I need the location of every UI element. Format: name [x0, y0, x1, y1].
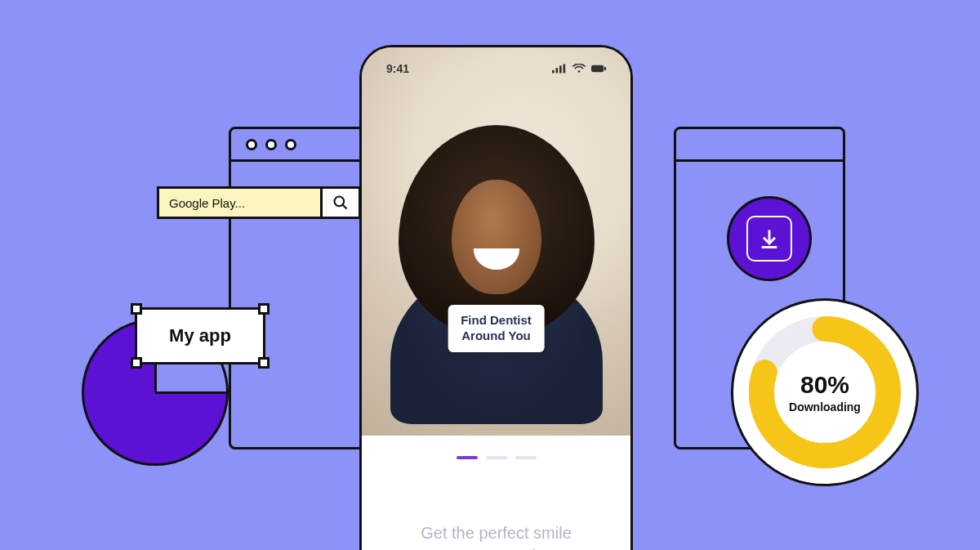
status-icons	[552, 62, 606, 75]
svg-rect-8	[604, 67, 606, 70]
window-titlebar	[676, 129, 843, 162]
phone-mockup: 9:41 Find Dentist Around You Get the per…	[359, 45, 633, 550]
tagline-text: Get the perfect smile you wanted.	[362, 521, 630, 550]
resize-handle-icon[interactable]	[131, 303, 142, 315]
status-time: 9:41	[386, 62, 409, 75]
traffic-light-icon	[246, 139, 257, 150]
search-bar[interactable]: Google Play...	[157, 186, 361, 219]
traffic-light-icon	[265, 139, 277, 150]
pager-dot[interactable]	[515, 456, 537, 459]
pager-dot[interactable]	[457, 456, 478, 459]
app-name-label: My app	[169, 325, 231, 347]
search-button[interactable]	[323, 189, 359, 217]
resize-handle-icon[interactable]	[258, 357, 270, 369]
search-icon	[332, 195, 349, 211]
hero-image	[362, 47, 630, 436]
cta-button[interactable]: Find Dentist Around You	[448, 305, 545, 352]
pager-dots[interactable]	[362, 456, 630, 459]
traffic-light-icon	[285, 139, 296, 150]
progress-status: Downloading	[789, 400, 861, 414]
download-progress-ring: 80% Downloading	[731, 298, 919, 486]
app-name-selection[interactable]: My app	[135, 307, 265, 364]
download-icon-frame	[746, 216, 792, 262]
svg-rect-3	[556, 68, 559, 73]
svg-point-0	[335, 197, 345, 207]
svg-point-6	[578, 70, 581, 73]
svg-rect-4	[559, 65, 562, 73]
search-input[interactable]: Google Play...	[159, 189, 323, 217]
wifi-icon	[572, 64, 586, 74]
svg-rect-2	[552, 70, 555, 74]
phone-status-bar: 9:41	[362, 62, 630, 75]
person-illustration	[390, 114, 603, 408]
cellular-icon	[552, 64, 567, 74]
battery-icon	[591, 64, 606, 74]
pager-dot[interactable]	[486, 456, 507, 459]
download-badge[interactable]	[727, 196, 812, 281]
svg-rect-5	[564, 65, 566, 74]
resize-handle-icon[interactable]	[131, 357, 142, 369]
svg-rect-7	[591, 65, 604, 72]
progress-percent: 80%	[800, 371, 849, 399]
svg-line-1	[343, 205, 347, 209]
download-icon	[758, 227, 781, 250]
resize-handle-icon[interactable]	[258, 303, 270, 315]
